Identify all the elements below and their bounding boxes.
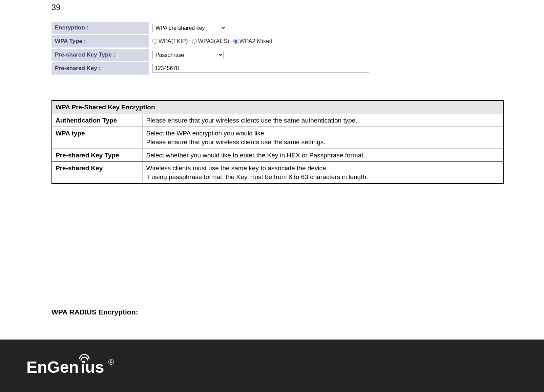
label-psk-type: Pre-shared Key Type : bbox=[51, 49, 149, 61]
cell-auth-type-name: Authentication Type bbox=[52, 114, 143, 127]
table-row: WPA type Select the WPA encryption you w… bbox=[52, 127, 504, 149]
radio-wpa2-mixed-label: WPA2 Mixed bbox=[239, 38, 272, 45]
input-psk[interactable] bbox=[152, 64, 369, 73]
svg-text:ius: ius bbox=[81, 358, 104, 376]
table-row: Pre-shared Key Type Select whether you w… bbox=[52, 149, 504, 162]
radio-wpa2-aes[interactable]: WPA2(AES) bbox=[192, 38, 229, 45]
table-header: WPA Pre-Shared Key Encryption bbox=[52, 101, 504, 114]
cell-auth-type-desc: Please ensure that your wireless clients… bbox=[143, 114, 504, 127]
label-encryption: Encryption : bbox=[51, 22, 149, 34]
cell-psk-type-name: Pre-shared Key Type bbox=[52, 149, 143, 162]
row-encryption: Encryption : WPA pre-shared key bbox=[51, 21, 390, 35]
svg-text:EnGen: EnGen bbox=[26, 358, 79, 376]
row-psk: Pre-shared Key : bbox=[51, 62, 390, 75]
wpa-settings-form: Encryption : WPA pre-shared key WPA Type… bbox=[51, 21, 390, 75]
radio-wpa2-mixed[interactable]: WPA2 Mixed bbox=[233, 38, 272, 45]
select-encryption[interactable]: WPA pre-shared key bbox=[152, 24, 226, 32]
cell-psk-type-desc: Select whether you would like to enter t… bbox=[143, 149, 504, 162]
label-psk: Pre-shared Key : bbox=[51, 62, 149, 75]
engenius-logo: EnGen ius ® bbox=[26, 353, 121, 378]
cell-psk-desc: Wireless clients must use the same key t… bbox=[143, 162, 504, 184]
radio-wpa-tkip-label: WPA(TKIP) bbox=[159, 38, 188, 45]
radio-wpa-tkip[interactable]: WPA(TKIP) bbox=[152, 38, 188, 45]
cell-wpa-type-desc: Select the WPA encryption you would like… bbox=[143, 127, 504, 149]
cell-psk-name: Pre-shared Key bbox=[52, 162, 143, 184]
cell-wpa-type-name: WPA type bbox=[52, 127, 143, 149]
page-number: 39 bbox=[51, 3, 61, 12]
row-wpa-type: WPA Type : WPA(TKIP) WPA2(AES) WPA2 Mixe… bbox=[51, 35, 390, 48]
radio-wpa2-aes-label: WPA2(AES) bbox=[198, 38, 229, 45]
table-row: Pre-shared Key Wireless clients must use… bbox=[52, 162, 504, 184]
row-psk-type: Pre-shared Key Type : Passphrase bbox=[51, 48, 390, 62]
footer-bar: EnGen ius ® bbox=[0, 340, 544, 392]
svg-text:®: ® bbox=[108, 358, 114, 366]
label-wpa-type: WPA Type : bbox=[51, 35, 149, 48]
select-psk-type[interactable]: Passphrase bbox=[152, 51, 224, 59]
heading-wpa-radius: WPA RADIUS Encryption: bbox=[51, 308, 138, 316]
table-row: Authentication Type Please ensure that y… bbox=[52, 114, 504, 127]
wpa-psk-description-table: WPA Pre-Shared Key Encryption Authentica… bbox=[51, 100, 504, 184]
